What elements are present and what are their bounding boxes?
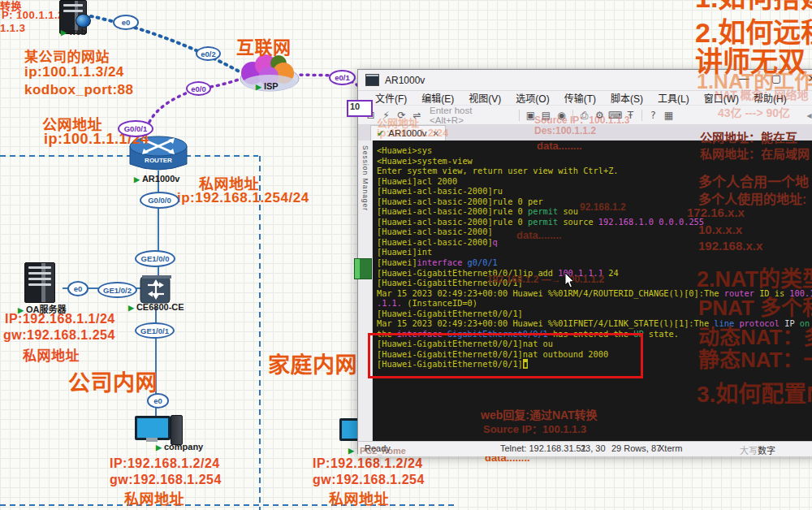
router-private-ip: ip:192.168.1.254/24 [177,190,309,206]
menu-options[interactable]: 选项(O) [508,91,556,105]
iface-e0-1: e0/1 [329,70,356,85]
terminal-line: [Huawei-acl-basic-2000]rule 0 per [377,197,812,207]
terminal-screen[interactable]: <Huawei>sys<Huawei>system-viewEnter syst… [373,140,812,441]
terminal-window: AR1000v — ▢ ✕ 文件(F) 编辑(E) 视图(V) 选项(O) 传输… [357,69,812,454]
image-icon[interactable]: ▦ [661,110,676,121]
status-size: 29 Rows, 87 [611,443,661,453]
home-private-title: 私网地址 [329,487,389,508]
menu-transfer[interactable]: 传输(T) [557,91,603,105]
keyboard-icon[interactable]: ⌨ [607,110,623,121]
toolbar: ⊟ ⚡ ⟳ ⇌ Enter host <Alt+R> ▣ ▤ ◉ ⎙ ⚙ ⌨ Ŧ… [358,106,812,125]
company-pc-tower-icon [171,415,183,445]
site-port: kodbox_port:88 [24,82,134,98]
switch-icon [140,274,172,305]
copy-icon[interactable]: ▣ [523,110,538,121]
terminal-line: [Huawei-GigabitEthernet0/0/1] [377,278,812,288]
iface-e0-oa: e0 [67,281,89,296]
mouse-cursor [564,273,576,289]
terminal-line: Enter system view, return user view with… [377,166,812,176]
company-ip: IP:192.168.1.2/24 [110,456,220,471]
web-label: ▶web [61,27,86,37]
status-bar: Ready Telnet: 192.168.31.51 23, 30 29 Ro… [358,441,812,456]
switch-label: ▶CE6800-CE [128,302,184,312]
play-icon: ▶ [128,304,134,312]
site-title: 某公司的网站 [24,45,110,66]
filter-icon[interactable]: Ŧ [623,110,638,121]
company-net-title: 公司内网 [68,365,158,397]
app-icon [365,74,379,86]
menu-bar: 文件(F) 编辑(E) 视图(V) 选项(O) 传输(T) 脚本(S) 工具(L… [358,91,812,106]
tab-close-icon[interactable]: ✕ [433,129,439,138]
terminal-line: [Huawei-acl-basic-2000]rule 0 permit sou [377,206,812,217]
iface-e0-0: e0/0 [186,81,211,96]
terminal-line: [Huawei-acl-basic-2000]ru [377,186,812,197]
terminal-line: [Huawei]acl 2000 [377,176,812,187]
status-cursor-pos: 23, 30 [581,443,606,453]
terminal-line: [Huawei-acl-basic-2000]q [377,237,812,248]
play-icon: ▶ [134,175,140,184]
menu-tools[interactable]: 工具(L) [650,91,697,105]
web-globe-icon [76,14,91,28]
company-pc-label: ▶company [156,442,203,452]
home-pc-play-icon: ▶ [348,445,356,455]
note-teacher: 讲师无双 [695,40,806,80]
iface-ge1-0-0: GE1/0/0 [135,250,175,267]
terminal-line: [Huawei]interface g0/0/1 [377,257,812,268]
oa-gw: gw:192.168.1.254 [3,328,115,343]
terminal-line: [Huawei]int [377,247,812,257]
paste-icon[interactable]: ▤ [538,110,554,121]
options-icon[interactable]: ⚙ [592,110,607,121]
iface-g0-0-1: G0/0/1 [118,120,153,137]
window-title: AR1000v [385,75,425,86]
terminal-line: Mar 15 2023 02:49:23+00:00 Huawei %%01IF… [377,318,812,329]
iface-g0-0-0: G0/0/0 [140,192,179,209]
terminal-line: [Huawei-GigabitEthernet0/0/1] [377,309,812,319]
help-icon[interactable]: ? [646,110,661,121]
toolbar-separator [641,110,642,121]
host-input[interactable]: Enter host <Alt+R> [430,106,508,125]
menu-edit[interactable]: 编辑(E) [414,91,461,105]
toolbar-separator [572,110,573,121]
status-connection: Telnet: 192.168.31.51 [500,443,586,453]
terminal-line: Mar 15 2023 02:49:23+00:00 Huawei %%01RM… [377,288,812,299]
menu-file[interactable]: 文件(F) [368,91,414,105]
reconnect-icon[interactable]: ⟳ [394,110,409,121]
tab-label: AR1000v [388,128,426,138]
print-icon[interactable]: ⎙ [577,110,592,121]
terminal-line: .1.1. (InstanceID=0) [377,298,812,309]
router-label: ▶AR1000v [134,174,179,184]
partial-ip-box: 10 [347,100,373,117]
isp-label: ▶ISP [256,81,279,91]
internet-title: 互联网 [236,32,292,58]
play-icon: ▶ [156,443,162,452]
quick-connect-icon[interactable]: ⚡ [378,110,394,121]
menu-script[interactable]: 脚本(S) [603,91,650,105]
terminal-line: <Huawei>sys [377,145,812,156]
iface-ge1-0-2: GE1/0/2 [97,282,137,298]
corner-note-2: P: 100.1.1.2 [2,9,64,21]
company-private-title: 私网地址 [124,487,184,508]
tab-ar1000v[interactable]: ✔ AR1000v ✕ [370,125,446,140]
toolbar-overflow-icon[interactable]: ◂ [801,110,812,121]
site-ip: ip:100.1.1.3/24 [24,64,124,80]
terminal-line: [Huawei-GigabitEthernet0/0/1]ip add 100.… [377,268,812,279]
corner-note-3: 1.1.3 [0,22,25,34]
note-clipped-top: 1.如何搭建网站 [695,0,812,11]
menu-view[interactable]: 视图(V) [461,91,508,105]
find-icon[interactable]: ◉ [554,110,569,121]
company-gw: gw:192.168.1.254 [110,473,222,487]
menu-window[interactable]: 窗口(W) [697,91,746,105]
terminal-line: [Huawei-acl-basic-2000] [377,227,812,237]
status-ready: Ready [365,443,391,453]
session-manager-label: Session Manager [361,145,369,441]
disconnect-icon[interactable]: ⇌ [409,110,425,121]
terminal-line: <Huawei>system-view [377,156,812,166]
status-num: 数字 [758,443,775,456]
session-manager-sidebar[interactable]: Session Manager [358,140,373,441]
status-emulation: Xterm [659,443,682,453]
oa-server-label: ▶OA服务器 [18,302,66,315]
home-ip: IP:192.168.1.2/24 [313,456,423,471]
play-icon: ▶ [18,306,24,314]
menu-help[interactable]: 帮助(H) [746,91,794,105]
home-gw: gw:192.168.1.254 [313,473,425,487]
